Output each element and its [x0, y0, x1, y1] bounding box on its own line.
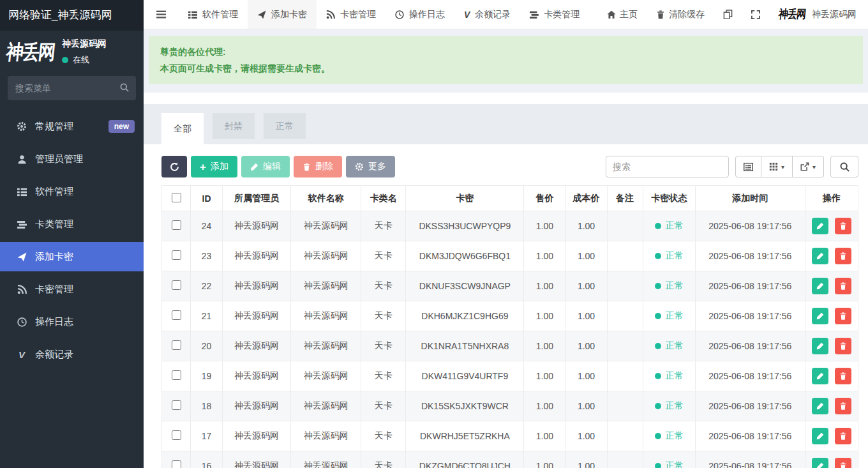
nav-tab-software[interactable]: 软件管理 [179, 0, 248, 29]
row-edit-button[interactable] [812, 278, 828, 294]
row-delete-button[interactable] [835, 428, 851, 444]
delete-button[interactable]: 删除 [294, 156, 342, 177]
row-edit-button[interactable] [812, 308, 828, 324]
row-delete-button[interactable] [835, 308, 851, 324]
cell-admin: 神丢源码网 [223, 271, 291, 301]
row-delete-button[interactable] [835, 338, 851, 354]
row-checkbox[interactable] [172, 310, 181, 320]
nav-tab-label: 操作日志 [409, 9, 445, 20]
row-edit-button[interactable] [812, 398, 828, 414]
cell-cost: 1.00 [565, 211, 607, 241]
sidebar-item-software[interactable]: 软件管理 [0, 177, 144, 206]
row-edit-button[interactable] [812, 218, 828, 234]
column-header-software[interactable]: 软件名称 [291, 186, 361, 211]
sidebar-item-logs[interactable]: 操作日志 [0, 307, 144, 336]
row-edit-button[interactable] [812, 338, 828, 354]
mini-logo: 神丢网 [778, 7, 806, 22]
sidebar-item-card-types[interactable]: 卡类管理 [0, 209, 144, 239]
export-button[interactable]: ▾ [793, 156, 824, 177]
column-header-status[interactable]: 卡密状态 [643, 186, 695, 211]
edit-button[interactable]: 编辑 [241, 156, 290, 177]
nav-tab-balance[interactable]: V 余额记录 [454, 0, 520, 29]
cell-admin: 神丢源码网 [223, 301, 291, 331]
pencil-icon [816, 222, 824, 230]
cell-key: DKWRHJ5ET5ZRKHA [406, 421, 524, 451]
row-checkbox[interactable] [172, 250, 181, 260]
nav-tab-card-types[interactable]: 卡类管理 [520, 0, 589, 29]
menu-search-input[interactable] [8, 76, 136, 100]
fullscreen-button[interactable] [751, 10, 760, 19]
detail-view-button[interactable] [735, 156, 761, 177]
row-delete-button[interactable] [835, 368, 851, 384]
user-menu[interactable]: 神丢网 神丢源码网 [779, 8, 857, 20]
select-all-checkbox[interactable] [172, 193, 181, 202]
column-header-price[interactable]: 售价 [524, 186, 565, 211]
home-link[interactable]: 主页 [607, 9, 638, 20]
cell-note [607, 451, 643, 468]
row-edit-button[interactable] [812, 368, 828, 384]
more-button[interactable]: 更多 [346, 156, 395, 177]
status-badge: 正常 [666, 250, 684, 260]
row-delete-button[interactable] [835, 218, 851, 234]
row-delete-button[interactable] [835, 278, 851, 294]
cell-key: DK1NRA1T5NHXRA8 [406, 331, 524, 361]
nav-tab-logs[interactable]: 操作日志 [385, 0, 454, 29]
refresh-button[interactable] [161, 156, 187, 177]
cell-software: 神丢源码网 [291, 301, 361, 331]
cell-software: 神丢源码网 [291, 241, 361, 271]
row-checkbox[interactable] [172, 370, 181, 380]
cell-admin: 神丢源码网 [223, 451, 291, 468]
search-submit-button[interactable] [830, 156, 858, 177]
row-delete-button[interactable] [835, 398, 851, 414]
column-header-cost[interactable]: 成本价 [565, 186, 607, 211]
cell-time: 2025-06-08 19:17:56 [695, 211, 805, 241]
row-checkbox[interactable] [172, 430, 181, 440]
cell-id: 22 [191, 271, 223, 301]
search-icon [840, 162, 849, 172]
row-delete-button[interactable] [835, 248, 851, 264]
nav-tab-add-keys[interactable]: 添加卡密 [248, 0, 317, 29]
column-header-note[interactable]: 备注 [607, 186, 643, 211]
row-checkbox[interactable] [172, 460, 181, 468]
filter-tab-all[interactable]: 全部 [161, 113, 204, 144]
refresh-page-button[interactable] [723, 10, 733, 19]
filter-tab-normal[interactable]: 正常 [264, 113, 306, 139]
table-row: 19 神丢源码网 神丢源码网 天卡 DKW411G9V4URTF9 1.00 1… [162, 361, 858, 391]
cell-cost: 1.00 [565, 331, 607, 361]
status-badge: 正常 [666, 340, 684, 351]
cell-software: 神丢源码网 [291, 331, 361, 361]
column-header-key[interactable]: 卡密 [406, 186, 524, 211]
clear-cache-link[interactable]: 清除缓存 [656, 9, 705, 20]
nav-tab-key-manage[interactable]: 卡密管理 [317, 0, 385, 29]
top-navbar: 软件管理 添加卡密 卡密管理 操作日志 V 余额记录 卡类管理 [144, 0, 868, 29]
sidebar-toggle-button[interactable] [144, 0, 179, 29]
columns-button[interactable]: ▾ [761, 156, 793, 177]
sidebar-item-add-keys[interactable]: 添加卡密 [0, 242, 144, 271]
column-header-time[interactable]: 添加时间 [695, 186, 805, 211]
pencil-icon [816, 402, 824, 410]
row-checkbox[interactable] [172, 280, 181, 290]
row-checkbox[interactable] [172, 340, 181, 350]
column-header-card-type[interactable]: 卡类名 [361, 186, 406, 211]
cell-price: 1.00 [524, 241, 565, 271]
add-button[interactable]: + 添加 [191, 156, 237, 177]
column-header-id[interactable]: ID [191, 186, 223, 211]
notice-area: 尊贵的各位代理: 本页面可生成卡密，请根据需要生成卡密。 [144, 29, 868, 93]
row-edit-button[interactable] [812, 428, 828, 444]
sidebar-item-admins[interactable]: 管理员管理 [0, 144, 144, 174]
table-search-input[interactable] [606, 156, 729, 177]
row-edit-button[interactable] [812, 248, 828, 264]
row-checkbox[interactable] [172, 220, 181, 230]
column-header-actions[interactable]: 操作 [805, 186, 858, 211]
sidebar-item-key-manage[interactable]: 卡密管理 [0, 275, 144, 304]
filter-tab-banned[interactable]: 封禁 [213, 113, 255, 139]
row-delete-button[interactable] [835, 458, 851, 468]
sidebar-item-balance[interactable]: V 余额记录 [0, 340, 144, 369]
home-label: 主页 [620, 9, 638, 20]
status-dot [655, 283, 661, 289]
row-checkbox[interactable] [172, 400, 181, 410]
row-edit-button[interactable] [812, 458, 828, 468]
cell-key: DKW411G9V4URTF9 [406, 361, 524, 391]
column-header-admin[interactable]: 所属管理员 [223, 186, 291, 211]
sidebar-item-general[interactable]: 常规管理 new [0, 112, 144, 141]
